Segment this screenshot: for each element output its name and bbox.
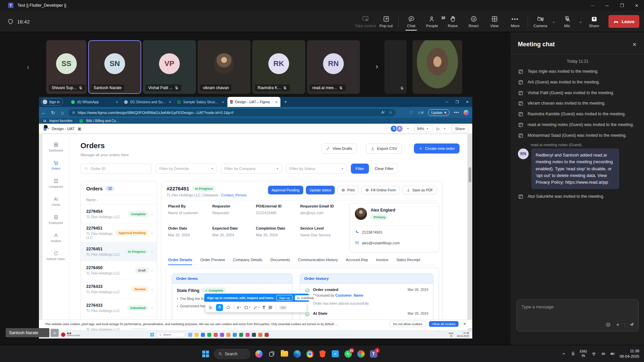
browser-tab[interactable]: DC Divisions and Surroundings ✕ bbox=[121, 97, 174, 107]
create-new-order-button[interactable]: Create new order bbox=[414, 143, 460, 154]
avatars-chevron-icon[interactable]: ▾ bbox=[407, 127, 409, 130]
language-indicator[interactable]: ENGIN bbox=[580, 350, 587, 358]
present-chevron-icon[interactable]: ▾ bbox=[444, 127, 445, 130]
participant-tile-partial[interactable] bbox=[384, 40, 407, 94]
canvas-scrollbar[interactable] bbox=[468, 134, 472, 339]
customer-name-link[interactable]: Customer_Name bbox=[335, 293, 363, 297]
browser-ball-icon[interactable] bbox=[357, 350, 365, 358]
detail-tab[interactable]: Communication History bbox=[298, 258, 338, 262]
participant-tile[interactable]: RK Ravindra K... bbox=[252, 40, 305, 94]
export-csv-button[interactable]: Export CSV bbox=[366, 143, 402, 154]
react-button[interactable]: React bbox=[463, 13, 484, 30]
send-icon[interactable] bbox=[629, 322, 634, 327]
cookie-close-icon[interactable]: ✕ bbox=[463, 322, 466, 326]
filter-status-dropdown[interactable]: Filter by Status▾ bbox=[286, 164, 347, 174]
order-row[interactable]: 2279454 TL Flex Holdings LLC Complete › bbox=[81, 205, 157, 224]
order-id-search-input[interactable]: Order ID bbox=[80, 164, 152, 174]
volume-icon[interactable] bbox=[601, 351, 606, 356]
strip-scroll-left-icon[interactable]: ‹ bbox=[27, 63, 29, 72]
contact-person-link[interactable]: Contact_Person. bbox=[221, 193, 248, 197]
filter-company-dropdown[interactable]: Filter by Company▾ bbox=[221, 164, 282, 174]
import-favorites-link[interactable]: Import favorites bbox=[49, 119, 72, 123]
share-button[interactable]: Share bbox=[584, 13, 604, 30]
mic-options-chevron-icon[interactable]: ⌄ bbox=[578, 19, 584, 24]
chat-button[interactable]: Chat bbox=[401, 13, 422, 30]
favorites-list-icon[interactable]: ☆≡ bbox=[418, 110, 424, 115]
window-more-icon[interactable]: ⋯ bbox=[585, 0, 600, 11]
chat-message-input[interactable]: Type a message ＋ bbox=[517, 299, 639, 331]
vscode-icon[interactable]: ‹› bbox=[331, 350, 339, 358]
whatsapp-icon[interactable]: 81 bbox=[344, 350, 352, 358]
copilot-icon[interactable] bbox=[255, 350, 263, 358]
tab-close-icon[interactable]: ✕ bbox=[222, 100, 224, 104]
dev-mode-toggle-icon[interactable]: </> bbox=[279, 305, 287, 310]
window-minimize-icon[interactable]: ─ bbox=[600, 0, 614, 11]
approval-pending-button[interactable]: Approval Pending bbox=[268, 186, 303, 194]
contact-email[interactable]: alex@vstatefilings.com bbox=[355, 241, 400, 245]
sidebar-item[interactable]: Companies bbox=[42, 178, 69, 188]
chrome-icon[interactable] bbox=[306, 350, 314, 358]
window-close-icon[interactable]: ✕ bbox=[629, 0, 644, 11]
favorite-star-icon[interactable]: ☆ bbox=[389, 110, 392, 115]
order-row[interactable]: 2276433 TL Flex Holdings LLC Review › bbox=[81, 280, 157, 299]
shared-search-input[interactable]: Search bbox=[157, 332, 185, 337]
edge-icon[interactable] bbox=[293, 350, 301, 358]
game-score-widget[interactable]: Game score bbox=[61, 333, 80, 337]
view-button[interactable]: View bbox=[484, 13, 505, 30]
sidebar-item[interactable]: Orders bbox=[42, 160, 69, 170]
text-tool-icon[interactable]: T bbox=[263, 305, 265, 310]
refresh-icon[interactable]: ↻ bbox=[48, 110, 58, 115]
component-tool-icon[interactable] bbox=[268, 305, 273, 310]
cookies-settings-link[interactable]: Cookies settings bbox=[335, 322, 340, 326]
bookmark-link[interactable]: Bills | Billing and Co... bbox=[86, 119, 119, 123]
collaborator-avatar[interactable]: A bbox=[396, 125, 403, 132]
update-status-button[interactable]: Update status bbox=[306, 186, 335, 194]
order-row[interactable]: 2276450 TL Flex Holdings LLC Draft › bbox=[81, 261, 157, 280]
read-aloud-icon[interactable]: A⁾ bbox=[381, 110, 385, 115]
sidebar-item[interactable]: Employees bbox=[42, 215, 69, 225]
more-button[interactable]: ••• More bbox=[505, 13, 526, 30]
participant-tile[interactable]: RN read.ai mee... bbox=[307, 40, 360, 94]
camera-button[interactable]: Camera bbox=[530, 13, 551, 30]
brave-icon[interactable] bbox=[318, 350, 327, 358]
figma-menu-chevron-icon[interactable]: ▾ bbox=[48, 127, 49, 130]
clear-filter-button[interactable]: Clear Filter bbox=[370, 164, 398, 174]
browser-maximize-icon[interactable]: ❐ bbox=[452, 97, 462, 107]
present-icon[interactable]: ▷ bbox=[436, 126, 439, 131]
deny-cookies-button[interactable]: Do not allow cookies bbox=[390, 321, 426, 327]
browser-close-icon[interactable]: ✕ bbox=[462, 97, 472, 107]
allow-cookies-button[interactable]: Allow all cookies bbox=[429, 321, 459, 327]
camera-options-chevron-icon[interactable]: ⌄ bbox=[551, 19, 557, 24]
tray-expand-icon[interactable] bbox=[561, 351, 566, 356]
figma-share-button[interactable]: Share bbox=[451, 125, 469, 132]
participant-tile[interactable]: vikram chavan bbox=[198, 40, 251, 94]
participant-tile[interactable]: SN Santosh Narate bbox=[88, 40, 141, 94]
shared-taskbar-apps[interactable] bbox=[188, 333, 269, 337]
file-explorer-icon[interactable] bbox=[280, 350, 288, 358]
copilot-icon[interactable] bbox=[464, 110, 469, 115]
view-drafts-button[interactable]: View Drafts bbox=[321, 143, 357, 154]
taskbar-clock[interactable]: 11:3808-04-2025 bbox=[620, 349, 639, 359]
detail-tab[interactable]: Order Details bbox=[168, 258, 192, 262]
move-tool-icon[interactable] bbox=[209, 305, 213, 310]
update-button[interactable]: Update ♥ bbox=[428, 109, 450, 116]
raise-hand-button[interactable]: Raise bbox=[442, 13, 463, 30]
detail-tab[interactable]: Company Details bbox=[233, 258, 263, 262]
fill-online-form-button[interactable]: Fill Online Form bbox=[361, 186, 400, 194]
order-row[interactable]: 2276433 TL Flex Holdings LLC Submitted › bbox=[81, 299, 157, 317]
mic-button[interactable]: Mic bbox=[557, 13, 578, 30]
frame-tool-icon[interactable]: #▾ bbox=[237, 305, 241, 310]
taskbar-search[interactable]: Search bbox=[214, 349, 250, 359]
shared-clock[interactable]: 11:3808-04-2025 bbox=[457, 332, 469, 338]
participant-tile[interactable]: SS Shivani Sup... bbox=[46, 40, 87, 94]
window-maximize-icon[interactable]: ❐ bbox=[614, 0, 629, 11]
emoji-icon[interactable] bbox=[606, 322, 611, 327]
filter-button[interactable]: Filter bbox=[351, 164, 369, 174]
comment-tool-icon[interactable] bbox=[226, 305, 230, 310]
new-tab-icon[interactable]: ＋ bbox=[283, 99, 288, 105]
column-header[interactable]: Name ↓ bbox=[81, 195, 157, 205]
order-row[interactable]: 2276451 TL Flex Holdings LLC In Progress… bbox=[81, 242, 157, 261]
detail-tab[interactable]: Sales Receipt bbox=[396, 258, 420, 262]
sidebar-item[interactable]: Dashboard bbox=[42, 142, 69, 152]
shared-start-icon[interactable] bbox=[150, 333, 154, 337]
